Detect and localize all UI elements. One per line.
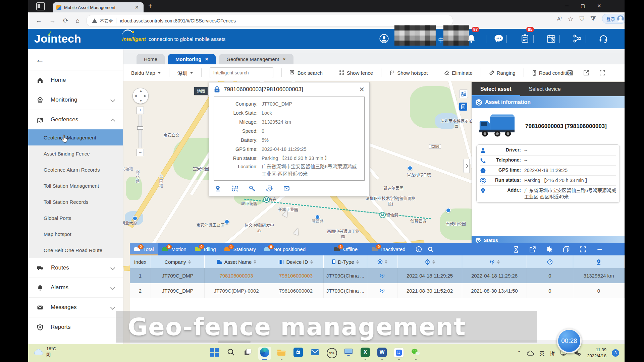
pan-right-icon[interactable]: ▶ [144,94,147,98]
sort-icon[interactable] [432,260,435,264]
sidebar-item-routes[interactable]: Routes [28,258,123,278]
status-tab-stationary[interactable]: 1 Stationary [220,243,260,255]
new-tab-button[interactable]: + [148,2,152,10]
pan-up-icon[interactable]: ▲ [139,89,143,93]
refresh-button[interactable]: ⟳ [63,17,68,24]
sort-icon[interactable] [188,260,191,264]
status-tab-motion[interactable]: 0 Motion [158,243,191,255]
status-tab-idling[interactable]: 0 Idling [191,243,220,255]
zoom-handle[interactable] [137,126,143,130]
poi-marker[interactable] [315,215,320,220]
tab-select-device[interactable]: Select device [520,82,570,96]
fullscreen-icon[interactable] [599,69,606,76]
col-mileage[interactable] [573,255,625,268]
submenu-item-map-hotspot[interactable]: Map hotspot [28,226,123,242]
show-hotspot-button[interactable]: Show hotspot [389,70,428,76]
ime-language-en[interactable]: 英 [539,350,544,357]
word-button[interactable]: W [376,347,388,360]
user-icon[interactable] [379,34,389,44]
send-message-icon[interactable] [283,185,290,192]
status-tab-total[interactable]: 2 Total [130,243,158,255]
col-index[interactable]: Index [130,255,151,268]
show-fence-button[interactable]: Show fence [339,70,373,76]
hidden-icons-chevron[interactable]: ⌃ [517,350,521,356]
save-icon[interactable] [567,69,574,76]
poi-marker[interactable] [446,208,451,213]
onedrive-icon[interactable] [527,351,534,356]
intelligent-search-input[interactable] [210,67,273,78]
legend-toggle-button[interactable] [459,89,468,98]
sort-icon[interactable] [356,260,359,264]
forward-button[interactable]: → [49,17,56,24]
tab-close-icon[interactable]: ✕ [282,57,286,62]
detail-panel-button[interactable] [459,103,467,111]
collections-icon[interactable]: ⛉ [580,15,584,22]
table-row[interactable]: 1 JT709C_DMP 798106000003 798106000003 J… [130,268,625,283]
sort-icon[interactable] [385,260,387,264]
sidebar-item-messages[interactable]: Messages [28,298,123,317]
key-icon[interactable] [249,185,256,192]
submenu-item-toll-station-records[interactable]: Toll Station Records [28,194,123,210]
col-gps-time[interactable] [397,255,462,268]
col-device-id[interactable]: Device ID [268,255,324,268]
zoom-out-button[interactable]: − [137,149,144,156]
tab-list-icon[interactable] [36,2,45,10]
panel-collapse-handle[interactable] [463,159,470,173]
status-tab-not-positioned[interactable]: 0 Not positioned [260,243,310,255]
support-headset-icon[interactable] [598,34,608,44]
window-restore-button[interactable]: ▢ [581,3,585,8]
submenu-item-global-ports[interactable]: Global Ports [28,210,123,226]
hourglass-icon[interactable] [513,246,519,253]
sidebar-item-geofences[interactable]: Geofences [28,110,123,129]
excel-button[interactable]: X [359,347,372,360]
sort-icon[interactable] [310,260,313,264]
sidebar-item-monitoring[interactable]: Monitoring [28,90,123,110]
pan-down-icon[interactable]: ▼ [139,99,143,103]
asset-name-link[interactable]: 798106000003 [219,273,253,279]
col-receive-time[interactable] [462,255,527,268]
sort-icon[interactable] [254,260,256,264]
chat-app-button[interactable] [392,347,405,360]
wechat-button[interactable] [409,347,422,360]
tab-close-icon[interactable]: ✕ [205,57,209,62]
submenu-item-asset-binding-fence[interactable]: Asset Binding Fence [28,145,123,162]
zoom-in-button[interactable]: + [137,107,144,114]
window-minimize-button[interactable]: ─ [565,3,569,8]
bell-icon[interactable] [466,34,476,44]
display-app-button[interactable] [342,347,355,360]
extensions-icon[interactable]: ⧩ [590,15,596,22]
map-pan-control[interactable]: ▲ ▼ ◀ ▶ [132,88,149,104]
asset-name-link[interactable]: JT709C(DMP)-0002 [214,288,259,294]
branch-icon[interactable] [572,34,582,44]
browser-tab[interactable]: Mobile Asset Management ✕ [53,2,144,12]
col-company[interactable]: Company [151,255,205,268]
minimize-icon[interactable] [596,246,603,253]
status-tab-offline[interactable]: 1 Offline [330,243,362,255]
ime-language-pinyin[interactable]: 拼 [550,350,555,357]
sidebar-collapse-button[interactable]: ← [28,49,123,70]
road-condition-button[interactable]: Road condition [532,70,573,76]
store-button[interactable] [292,347,305,360]
poi-marker[interactable] [132,216,138,221]
tab-monitoring[interactable]: Monitoring✕ [168,54,216,64]
edge-taskbar-button[interactable] [258,347,271,360]
col-d-type[interactable]: D-Type [324,255,367,268]
start-button[interactable] [208,347,221,360]
tab-close-icon[interactable]: ✕ [133,5,140,10]
unlink-icon[interactable] [231,185,238,192]
expand-icon[interactable] [580,246,586,253]
table-row[interactable]: 2 JT709C_DMP JT709C(DMP)-0002 7981060000… [130,283,625,298]
locate-icon[interactable] [214,185,221,192]
map-provider-select[interactable]: Baidu Map [131,70,161,76]
export-icon[interactable] [583,69,590,76]
tab-geofence-management[interactable]: Geofence Management✕ [219,54,293,64]
sidebar-item-home[interactable]: Home [28,70,123,90]
login-button[interactable]: 登录 [602,14,626,24]
mail-button[interactable] [309,347,321,360]
ranging-button[interactable]: Ranging [489,70,516,76]
map-type-map[interactable]: 地图 [194,87,208,95]
dell-app-button[interactable]: DELL [325,347,338,360]
window-close-button[interactable]: ✕ [597,3,601,8]
submenu-item-toll-station-management[interactable]: Toll Station Management [28,178,123,194]
read-aloud-icon[interactable]: A⁾ [557,16,562,22]
